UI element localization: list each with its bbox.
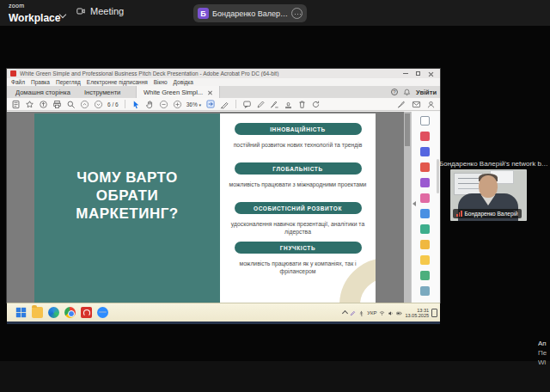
highlighter-icon[interactable] <box>220 100 229 109</box>
tool-search-icon[interactable] <box>420 116 430 126</box>
tool-combine-files-icon[interactable] <box>420 178 430 187</box>
select-tool-icon[interactable] <box>131 100 141 109</box>
trash-icon[interactable] <box>297 100 307 109</box>
participant-name-bar: Бондаренко Валерій <box>453 209 522 218</box>
tray-expand-icon[interactable] <box>342 309 348 315</box>
sign-in-button[interactable]: Увійти <box>416 89 437 96</box>
wifi-icon[interactable] <box>379 310 385 316</box>
zoom-meeting-window: zoom Workplace Meeting Б Бондаренко Вале… <box>0 0 550 392</box>
start-button-icon[interactable] <box>15 307 27 318</box>
tool-protect-icon[interactable] <box>420 286 430 296</box>
caret-down-icon: ▾ <box>199 102 201 107</box>
language-indicator[interactable]: УКР <box>367 310 376 315</box>
slide-item: ГЛОБАЛЬНІСТЬ можливість працювати з міжн… <box>220 162 376 188</box>
acrobat-menu-bar: Файл Правка Перегляд Електронне підписан… <box>7 78 440 86</box>
tab-tools[interactable]: Інструменти <box>77 86 127 98</box>
edge-browser-icon[interactable] <box>48 307 59 318</box>
tool-fill-sign-icon[interactable] <box>420 193 430 203</box>
previous-page-icon[interactable] <box>80 100 89 109</box>
tab-close-icon[interactable] <box>208 90 212 95</box>
slide-teal-panel: ЧОМУ ВАРТО ОБРАТИ МАРКЕТИНГ? <box>34 113 220 303</box>
export-pdf-icon[interactable] <box>205 99 216 109</box>
menu-window[interactable]: Вікно <box>154 79 168 85</box>
document-area: ЧОМУ ВАРТО ОБРАТИ МАРКЕТИНГ? ІННОВАЦІЙНІ… <box>7 112 440 303</box>
menu-file[interactable]: Файл <box>11 79 25 85</box>
tools-panel <box>411 112 440 303</box>
taskbar-clock[interactable]: 13:31 13.05.2025 <box>405 308 429 318</box>
envelope-icon[interactable] <box>412 100 421 109</box>
star-icon[interactable] <box>25 100 34 109</box>
chrome-icon[interactable] <box>64 307 76 318</box>
fill-sign-icon[interactable] <box>397 100 406 109</box>
tool-create-pdf-icon[interactable] <box>420 162 430 172</box>
file-explorer-icon[interactable] <box>32 307 43 318</box>
zoom-in-icon[interactable] <box>173 100 182 109</box>
meeting-tab-label: Meeting <box>90 6 124 16</box>
close-icon[interactable] <box>428 71 433 77</box>
acrobat-window-title: White Green Simple and Professional Busi… <box>20 70 400 77</box>
zoom-logo-text: zoom <box>9 3 60 9</box>
hand-tool-icon[interactable] <box>145 100 155 109</box>
panel-collapse-icon[interactable] <box>412 201 416 206</box>
shared-screen-tab[interactable]: Б Бондаренко Валерій's screen <box>193 4 307 22</box>
menu-esign[interactable]: Електронне підписання <box>87 79 148 85</box>
account-icon[interactable] <box>426 100 436 109</box>
comment-icon[interactable] <box>242 100 252 109</box>
tool-organize-pages-icon[interactable] <box>420 224 430 234</box>
help-icon[interactable]: ? <box>391 89 398 95</box>
slide-item-text: постійний розвиток нових технологій та т… <box>224 141 372 149</box>
tab-meeting[interactable]: Meeting <box>76 6 124 16</box>
zoom-top-bar: zoom Workplace Meeting Б Бондаренко Вале… <box>0 0 550 26</box>
sign-icon[interactable] <box>270 100 279 109</box>
rotate-icon[interactable] <box>311 100 321 109</box>
pencil-icon[interactable] <box>256 100 266 109</box>
slide-item-heading: ГНУЧКІСТЬ <box>235 242 362 254</box>
tool-export-pdf-icon[interactable] <box>420 132 430 141</box>
slide-item: ГНУЧКІСТЬ можливість працювати як у комп… <box>220 242 376 275</box>
minimize-icon[interactable] <box>403 73 408 74</box>
print-icon[interactable] <box>52 100 62 109</box>
tab-document[interactable]: White Green Simpl... <box>136 86 220 98</box>
save-icon[interactable] <box>11 100 21 109</box>
speaker-icon[interactable] <box>388 310 394 316</box>
zoom-level-dropdown[interactable]: 36% ▾ <box>186 101 201 107</box>
share-file-icon[interactable] <box>39 100 48 109</box>
system-tray: УКР 13:31 13.05.2025 <box>343 305 437 321</box>
tool-edit-pdf-icon[interactable] <box>420 147 430 156</box>
stamp-icon[interactable] <box>284 100 293 109</box>
search-icon[interactable] <box>66 100 76 109</box>
tab-document-label: White Green Simpl... <box>144 89 203 96</box>
acrobat-title-bar[interactable]: White Green Simple and Professional Busi… <box>7 69 440 78</box>
screen-options-icon[interactable] <box>291 8 302 19</box>
clipped-line: Пе <box>538 348 550 358</box>
page-indicator[interactable]: 6 / 6 <box>107 101 119 107</box>
network-bandwidth-notification: Бондаренко Валерій's network bandwi... <box>439 160 548 168</box>
next-page-icon[interactable] <box>94 100 103 109</box>
menu-view[interactable]: Перегляд <box>56 79 81 85</box>
pen-tray-icon[interactable] <box>350 310 356 316</box>
participant-name: Бондаренко Валерій <box>465 211 518 217</box>
zoom-out-icon[interactable] <box>159 100 168 109</box>
tool-share-icon[interactable] <box>420 209 430 218</box>
tool-stamp-icon[interactable] <box>420 271 430 280</box>
clipped-side-text: Ап Пе Wi <box>538 339 550 367</box>
document-scrollbar[interactable] <box>404 112 411 303</box>
notification-center-icon[interactable] <box>431 309 437 317</box>
maximize-icon[interactable] <box>416 71 420 76</box>
tab-home[interactable]: Домашня сторінка <box>9 86 77 98</box>
zoom-taskbar-icon[interactable] <box>97 307 108 318</box>
workplace-logo-text: Workplace <box>9 12 60 24</box>
acrobat-taskbar-icon[interactable] <box>81 307 92 318</box>
tool-compress-icon[interactable] <box>420 240 430 249</box>
scrollbar-thumb[interactable] <box>405 113 410 146</box>
bell-icon[interactable] <box>403 89 411 96</box>
participant-video-thumbnail[interactable]: Бондаренко Валерій <box>450 169 527 221</box>
tool-comment-icon[interactable] <box>420 255 430 265</box>
battery-icon[interactable] <box>396 310 402 316</box>
menu-edit[interactable]: Правка <box>31 79 50 85</box>
menu-help[interactable]: Довідка <box>174 79 193 85</box>
usb-tray-icon[interactable] <box>358 310 364 316</box>
slide-item-heading: ГЛОБАЛЬНІСТЬ <box>235 162 362 175</box>
clipped-line: Wi <box>538 358 550 367</box>
windows-taskbar: УКР 13:31 13.05.2025 <box>7 303 440 322</box>
